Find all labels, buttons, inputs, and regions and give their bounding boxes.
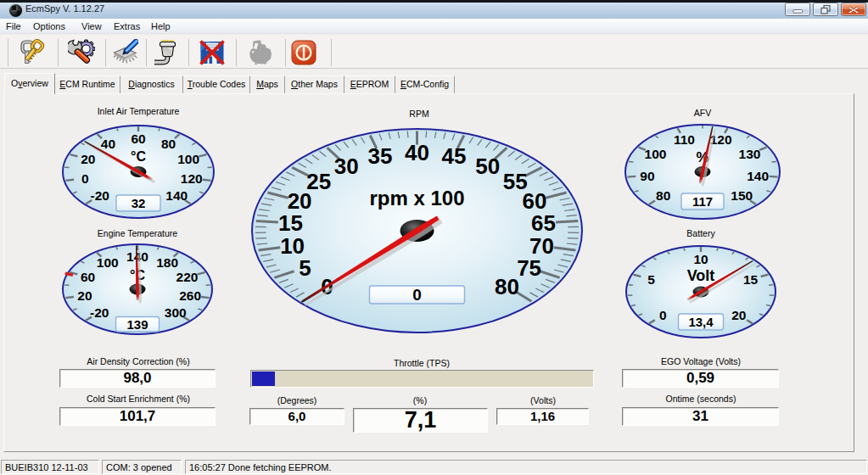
svg-text:150: 150 [731,188,753,203]
svg-text:75: 75 [517,255,541,281]
svg-text:°C: °C [131,149,146,164]
svg-text:20: 20 [81,152,95,166]
svg-text:120: 120 [181,171,203,186]
svg-text:20: 20 [77,288,92,303]
svg-text:139: 139 [126,317,148,332]
svg-text:5: 5 [299,255,311,281]
svg-text:80: 80 [161,137,176,151]
svg-text:30: 30 [334,154,359,179]
svg-text:40: 40 [405,140,429,165]
svg-text:100: 100 [645,147,667,161]
svg-text:5: 5 [647,272,655,287]
svg-text:13,4: 13,4 [688,315,714,329]
svg-text:10: 10 [693,252,708,266]
svg-text:300: 300 [165,305,187,320]
svg-text:117: 117 [692,194,713,209]
svg-text:40: 40 [101,137,115,151]
svg-text:65: 65 [531,210,556,236]
svg-text:180: 180 [156,255,178,270]
svg-text:0: 0 [412,286,422,304]
svg-text:90: 90 [640,169,654,183]
svg-text:10: 10 [280,233,305,259]
svg-text:-20: -20 [90,305,109,320]
svg-text:32: 32 [132,196,146,210]
svg-text:100: 100 [177,152,199,166]
svg-text:130: 130 [739,147,761,161]
svg-text:140: 140 [165,188,188,203]
svg-text:100: 100 [97,255,119,270]
svg-text:15: 15 [743,272,759,287]
svg-text:50: 50 [475,154,500,179]
svg-text:80: 80 [495,274,519,299]
svg-text:Volt: Volt [687,267,715,284]
svg-text:-20: -20 [90,188,109,203]
svg-text:0: 0 [659,308,667,322]
svg-text:110: 110 [674,132,695,147]
svg-text:15: 15 [278,210,303,236]
svg-text:80: 80 [656,188,670,203]
svg-text:220: 220 [176,270,199,284]
svg-text:260: 260 [179,288,201,303]
svg-text:140: 140 [747,169,769,183]
svg-text:rpm x 100: rpm x 100 [369,187,464,210]
svg-text:60: 60 [81,270,95,284]
svg-text:45: 45 [442,143,467,169]
svg-text:25: 25 [306,169,331,194]
svg-text:60: 60 [131,131,145,146]
svg-text:20: 20 [731,308,746,322]
svg-text:35: 35 [368,143,393,169]
svg-text:0: 0 [81,171,89,186]
